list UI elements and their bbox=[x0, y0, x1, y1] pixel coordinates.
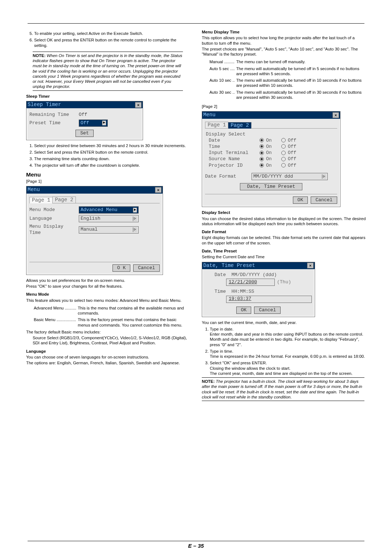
display-select-radios: Date On Off Time On Off Input Terminal O… bbox=[209, 138, 337, 169]
sleep-step-3: The remaining time starts counting down. bbox=[34, 156, 190, 161]
dtp-step-2: Type in time. Time is expressed in the 2… bbox=[210, 349, 366, 359]
language-label: Language bbox=[29, 216, 76, 222]
date-format-desc: Eight display formats can be selected. T… bbox=[202, 235, 366, 246]
chevron-right-icon: ▷ bbox=[133, 227, 137, 232]
remaining-time-label: Remaining Time bbox=[29, 112, 76, 118]
basic-default-list: Source Select (RGB1/2/3, Component(YCbCr… bbox=[33, 335, 190, 346]
cancel-button[interactable]: Cancel bbox=[133, 264, 160, 272]
dtp-steps: Type in date. Enter month, date and year… bbox=[203, 327, 366, 376]
time-label: Time bbox=[215, 289, 226, 294]
sleep-step-2: Select Set and press the ENTER button on… bbox=[34, 150, 190, 155]
mdt-desc-2: The preset choices are "Manual", "Auto 5… bbox=[202, 46, 366, 57]
cancel-button[interactable]: Cancel bbox=[311, 197, 337, 204]
date-label: Date bbox=[215, 272, 226, 278]
language-combo[interactable]: English ▷ bbox=[79, 215, 139, 222]
radio-on[interactable] bbox=[260, 150, 265, 156]
menu-desc-1: Allows you to set preferences for the on… bbox=[26, 278, 190, 283]
mdt-table: Manual .........The menu can be turned o… bbox=[208, 58, 366, 101]
close-icon[interactable]: × bbox=[307, 263, 314, 268]
date-format: MM/DD/YYYY (ddd) bbox=[232, 272, 277, 278]
chevron-right-icon: ▶ bbox=[133, 208, 137, 212]
ui-date-time-preset: Date, Time Preset × Date MM/DD/YYYY (ddd… bbox=[202, 262, 315, 317]
close-icon[interactable]: × bbox=[155, 187, 162, 193]
note-label: NOTE: bbox=[33, 53, 45, 58]
menu-p2-title: Menu bbox=[203, 112, 216, 118]
time-input[interactable]: 19:03:37 bbox=[226, 296, 312, 303]
menu-p1-title: Menu bbox=[28, 187, 40, 193]
page-footer: E – 35 bbox=[28, 541, 364, 550]
date-dow: (Thu) bbox=[277, 279, 291, 285]
menu-mode-heading: Menu Mode bbox=[26, 292, 190, 297]
tab-page2[interactable]: Page 2 bbox=[52, 197, 75, 203]
close-icon[interactable]: × bbox=[135, 102, 142, 108]
radio-on[interactable] bbox=[260, 144, 265, 150]
date-input[interactable]: 12/21/2000 bbox=[226, 279, 275, 286]
preset-time-label: Preset Time bbox=[29, 120, 76, 126]
page1-label: [Page 1] bbox=[26, 179, 190, 184]
language-heading: Language bbox=[26, 349, 190, 354]
tab-page2[interactable]: Page 2 bbox=[228, 122, 251, 129]
menu-heading: Menu bbox=[26, 171, 190, 178]
ok-button[interactable]: OK bbox=[236, 307, 252, 314]
mdt-desc-1: This option allows you to select how lon… bbox=[202, 35, 366, 46]
radio-off[interactable] bbox=[281, 138, 286, 143]
clock-note: NOTE: The projector has a built-in clock… bbox=[202, 377, 364, 401]
tab-page1[interactable]: Page 1 bbox=[29, 197, 53, 204]
sleep-timer-steps: Select your desired time between 30 minu… bbox=[28, 143, 190, 168]
radio-off[interactable] bbox=[281, 150, 286, 156]
dtp-desc: You can set the current time, month, dat… bbox=[202, 320, 366, 325]
date-time-preset-heading: Date, Time Preset bbox=[202, 248, 366, 254]
close-icon[interactable]: × bbox=[332, 112, 339, 118]
right-column: Menu Display Time This option allows you… bbox=[202, 29, 366, 401]
cancel-button[interactable]: Cancel bbox=[254, 307, 281, 314]
note-label: NOTE: bbox=[202, 379, 215, 384]
basic-default-intro: The factory default Basic menu includes: bbox=[26, 329, 190, 335]
menu-display-time-label: Menu Display Time bbox=[29, 224, 76, 236]
time-format: HH:MM:SS bbox=[232, 289, 254, 294]
date-format-combo[interactable]: MM/DD/YYYY ddd ▷ bbox=[252, 173, 328, 180]
language-desc-2: The options are: English, German, French… bbox=[26, 360, 190, 365]
sleep-timer-title: Sleep Timer bbox=[28, 102, 61, 108]
language-desc-1: You can choose one of seven languages fo… bbox=[26, 355, 190, 360]
radio-off[interactable] bbox=[281, 144, 286, 150]
sleep-step-1: Select your desired time between 30 minu… bbox=[34, 143, 190, 148]
chevron-right-icon: ▷ bbox=[133, 216, 137, 221]
page2-label: [Page 2] bbox=[202, 104, 366, 109]
set-button[interactable]: Set bbox=[75, 130, 93, 137]
menu-display-time-heading: Menu Display Time bbox=[202, 29, 366, 35]
display-select-heading: Display Select bbox=[202, 210, 366, 215]
ui-menu-page2: Menu × Page 1 Page 2 Display Select Date… bbox=[202, 111, 340, 207]
menu-mode-combo[interactable]: Advanced Menu ▶ bbox=[79, 206, 139, 214]
dtp-title: Date, Time Preset bbox=[203, 263, 255, 269]
step-6: Select OK and press the ENTER button on … bbox=[34, 37, 190, 48]
ok-button[interactable]: O K bbox=[113, 264, 130, 272]
date-time-preset-sub: Setting the Current Date and Time bbox=[202, 254, 366, 259]
top-steps: To enable your setting, select Active on… bbox=[28, 31, 190, 48]
remaining-time-value: Off bbox=[79, 112, 87, 118]
radio-on[interactable] bbox=[260, 138, 265, 143]
menu-mode-table: Advanced Menu .......... This is the men… bbox=[33, 304, 190, 329]
dtp-step-1: Type in date. Enter month, date and year… bbox=[210, 327, 366, 347]
menu-mode-desc: This feature allows you to select two me… bbox=[26, 298, 190, 303]
date-format-label: Date Format bbox=[205, 174, 249, 179]
date-format-heading: Date Format bbox=[202, 229, 366, 234]
sleep-timer-heading: Sleep Timer bbox=[26, 94, 190, 99]
radio-off[interactable] bbox=[281, 156, 286, 162]
radio-off[interactable] bbox=[281, 163, 286, 169]
step-5: To enable your setting, select Active on… bbox=[34, 31, 190, 36]
ok-button[interactable]: OK bbox=[293, 197, 308, 204]
chevron-right-icon: ▷ bbox=[322, 174, 326, 179]
preset-time-combo[interactable]: Off ▶ bbox=[79, 119, 108, 127]
menu-desc-2: Press "OK" to save your changes for all … bbox=[26, 284, 190, 289]
radio-on[interactable] bbox=[260, 163, 265, 169]
menu-mode-label: Menu Mode bbox=[29, 207, 76, 213]
date-time-preset-button[interactable]: Date, Time Preset bbox=[240, 183, 302, 190]
ui-sleep-timer: Sleep Timer × Remaining Time Off Preset … bbox=[26, 101, 143, 140]
chevron-right-icon: ▶ bbox=[102, 121, 106, 125]
radio-on[interactable] bbox=[260, 156, 265, 162]
tab-page1[interactable]: Page 1 bbox=[205, 122, 228, 129]
basic-menu-row: Basic Menu ................. This is the… bbox=[33, 317, 189, 328]
dtp-step-3: Select "OK" and press ENTER. Closing the… bbox=[210, 360, 366, 376]
menu-display-time-combo[interactable]: Manual ▷ bbox=[79, 226, 139, 234]
display-select-label: Display Select bbox=[206, 131, 337, 137]
